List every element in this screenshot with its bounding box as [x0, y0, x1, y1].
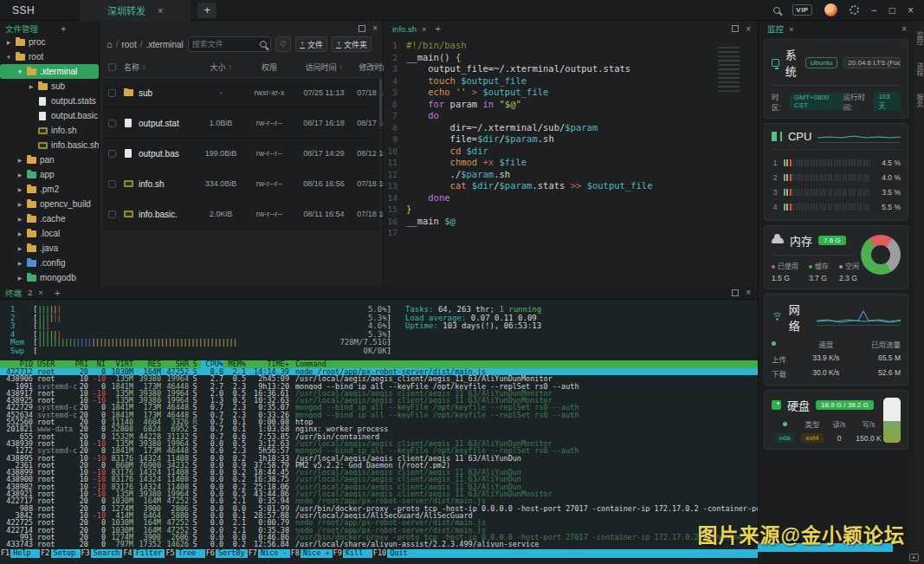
process-column-mem[interactable]: MEM%	[223, 360, 246, 368]
fkey-nice[interactable]: Nice +	[300, 549, 333, 558]
sidebar-item-root[interactable]: ▼root	[0, 49, 99, 64]
process-column-s[interactable]: S	[189, 360, 201, 368]
monitor-tab-close-icon[interactable]: ×	[789, 24, 794, 34]
column-header[interactable]: 访问时间↕	[295, 62, 352, 73]
maximize-button[interactable]: □	[889, 5, 895, 16]
fkey-setup[interactable]: Setup	[51, 549, 81, 558]
sort-icon[interactable]: ↕	[339, 63, 343, 71]
search-input[interactable]	[192, 40, 256, 49]
sidebar-item-cache[interactable]: ▶.cache	[0, 211, 99, 226]
select-all-checkbox[interactable]	[108, 63, 116, 71]
file-row[interactable]: info.basic.2.0KiBrw-r--r--08/11 16:5407/…	[103, 199, 379, 230]
editor-tab-close-icon[interactable]: ×	[422, 24, 427, 34]
row-checkbox[interactable]	[108, 150, 116, 158]
fkey-tree[interactable]: Tree	[176, 549, 205, 558]
sidebar-item-infobasicsh[interactable]: info.basic.sh	[0, 138, 99, 152]
process-table-header[interactable]: PIDUSERPRINIVIRTRESSHRSCPU%MEM%TIME+Comm…	[0, 360, 758, 368]
tree-collapsed-icon[interactable]: ▶	[16, 216, 23, 222]
process-column-pid[interactable]: PID	[3, 360, 33, 368]
fkey-search[interactable]: Search	[91, 549, 123, 558]
editor-close-icon[interactable]: ×	[746, 24, 751, 34]
terminal-panel[interactable]: 终端 2 × + × 1[||||||5.0%]2[||||||5.3%]3[|…	[0, 286, 758, 564]
tree-collapsed-icon[interactable]: ▶	[5, 39, 12, 45]
process-column-res[interactable]: RES	[133, 360, 161, 368]
file-row[interactable]: output.stat1.0BiBrw-r--r--08/17 16:1808/…	[103, 108, 379, 139]
fkey-nice[interactable]: Nice -	[258, 549, 290, 558]
row-checkbox[interactable]	[108, 120, 116, 127]
search-icon[interactable]	[773, 7, 780, 14]
tree-collapsed-icon[interactable]: ▶	[16, 201, 23, 207]
gear-icon[interactable]	[850, 5, 859, 15]
session-tab[interactable]: 深圳转发 ×	[80, 0, 191, 21]
close-button[interactable]: ×	[908, 5, 914, 16]
tree-collapsed-icon[interactable]: ▶	[16, 275, 23, 281]
panel-close-icon[interactable]: ×	[372, 23, 378, 33]
column-header[interactable]: 大小↕	[198, 62, 243, 73]
sidebar-item-config[interactable]: ▶.config	[0, 256, 99, 270]
tree-collapsed-icon[interactable]: ▶	[16, 230, 23, 237]
expand-icon[interactable]	[359, 25, 365, 32]
process-column-ni[interactable]: NI	[88, 360, 106, 368]
sidebar-item-pm2[interactable]: ▶.pm2	[0, 182, 99, 197]
sort-icon[interactable]: ↕	[142, 63, 145, 71]
tree-collapsed-icon[interactable]: ▶	[16, 172, 23, 178]
expand-icon[interactable]	[732, 289, 739, 296]
breadcrumb-xterminal[interactable]: .xterminal	[145, 40, 183, 49]
sidebar-item-proc[interactable]: ▶proc	[0, 35, 99, 49]
fkey-filter[interactable]: Filter	[133, 549, 165, 558]
sidebar-item-xterminal[interactable]: ▼.xterminal	[0, 64, 99, 79]
fkey-quit[interactable]: Quit	[387, 549, 417, 558]
process-column-virt[interactable]: VIRT	[106, 360, 133, 368]
code-area[interactable]: 1#!/bin/bash2__main() {3 output_file=~/.…	[384, 40, 758, 239]
fkey-sortby[interactable]: SortBy	[216, 549, 248, 558]
sidebar-item-local[interactable]: ▶.local	[0, 226, 99, 241]
expand-icon[interactable]	[732, 25, 739, 32]
tree-expanded-icon[interactable]: ▼	[16, 69, 23, 75]
row-checkbox[interactable]	[108, 211, 116, 218]
tree-collapsed-icon[interactable]: ▶	[16, 157, 23, 163]
sidebar-item-sub[interactable]: ▶sub	[0, 79, 99, 94]
process-column-time[interactable]: TIME+	[246, 360, 289, 368]
sidebar-tab-file-manager[interactable]: 文件管理	[5, 23, 38, 35]
fkey-help[interactable]: Help	[10, 549, 40, 558]
file-row[interactable]: output.bas199.0BiBrw-r--r--08/17 14:2908…	[103, 139, 379, 169]
upload-file-button[interactable]: ↑ 文件	[295, 36, 327, 52]
terminal-tab-close-icon[interactable]: ×	[38, 288, 43, 297]
tree-collapsed-icon[interactable]: ▶	[28, 83, 35, 89]
search-icon[interactable]	[260, 41, 267, 48]
avatar[interactable]	[824, 3, 837, 16]
upload-folder-button[interactable]: ↑ 文件夹	[332, 36, 372, 52]
file-list-scrollbar[interactable]	[379, 78, 382, 126]
process-column-cpu[interactable]: CPU%	[201, 360, 223, 368]
sidebar-item-app[interactable]: ▶app	[0, 167, 99, 182]
row-checkbox[interactable]	[108, 180, 116, 188]
sidebar-item-mongodb[interactable]: ▶mongodb	[0, 270, 99, 285]
sidebar-item-outputstats[interactable]: output.stats	[0, 94, 99, 108]
session-tab-close-icon[interactable]: ×	[158, 5, 163, 16]
process-column-shr[interactable]: SHR	[161, 360, 189, 368]
tree-collapsed-icon[interactable]: ▶	[16, 260, 23, 266]
column-header[interactable]: 权限	[243, 62, 295, 73]
corner-play-icon[interactable]: ▸	[909, 554, 919, 561]
sort-icon[interactable]: ↕	[229, 63, 232, 71]
terminal-tab-label[interactable]: 终端	[5, 287, 22, 299]
vip-badge[interactable]: VIP	[792, 4, 811, 16]
side-tab-进程[interactable]: 进程	[914, 55, 924, 83]
process-column-user[interactable]: USER	[33, 360, 73, 368]
sidebar-item-opencvbuild[interactable]: ▶opencv_build	[0, 197, 99, 211]
file-row[interactable]: info.sh334.0BiBrw-r--r--08/16 16:5607/18…	[103, 169, 379, 199]
terminal-close-icon[interactable]: ×	[746, 288, 751, 297]
fkey-kill[interactable]: Kill	[343, 549, 372, 558]
sidebar-item-java[interactable]: ▶.java	[0, 241, 99, 256]
tree-expanded-icon[interactable]: ▼	[5, 55, 12, 60]
sidebar-add-icon[interactable]: +	[61, 23, 66, 34]
breadcrumb-root[interactable]: root	[121, 40, 136, 49]
sidebar-item-outputbasic[interactable]: output.basic.	[0, 108, 99, 123]
tree-collapsed-icon[interactable]: ▶	[16, 245, 23, 251]
editor-minimap[interactable]	[718, 47, 749, 94]
terminal-new-tab-icon[interactable]: +	[55, 288, 60, 298]
side-tab-服务[interactable]: 服务	[914, 87, 924, 114]
editor-new-tab-icon[interactable]: +	[436, 23, 441, 34]
column-header[interactable]: 名称↕	[124, 62, 198, 73]
file-row[interactable]: sub-rwxr-xr-x07/25 11:1307/18 16:24	[103, 78, 379, 108]
